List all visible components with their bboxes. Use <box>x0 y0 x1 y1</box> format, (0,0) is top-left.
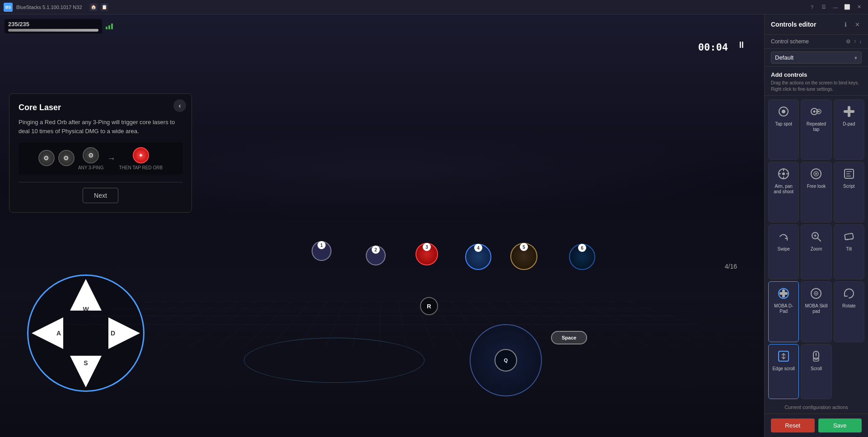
control-tap-spot[interactable]: Tap spot <box>768 99 799 160</box>
hp-bar-fill <box>8 29 98 32</box>
current-config-label: Current configuration actions <box>771 404 862 410</box>
controls-editor-panel: Controls editor ℹ ✕ Control scheme ⚙ ↑ ↓… <box>764 14 868 437</box>
moba-skill-pad-icon <box>808 285 824 302</box>
add-controls-description: Drag the actions on the screen to bind k… <box>771 80 862 93</box>
svg-point-13 <box>782 172 785 175</box>
close-button[interactable]: ✕ <box>854 3 864 12</box>
orb-dark-2: ⚙ <box>58 150 75 166</box>
title-bar: BS BlueStacks 5.1.100.1017 N32 🏠 📋 ? ☰ —… <box>0 0 868 14</box>
tutorial-popup: ‹ Core Laser Pinging a Red Orb after any… <box>9 93 192 213</box>
tap-spot-label: Tap spot <box>775 121 792 127</box>
next-button[interactable]: Next <box>83 188 118 203</box>
tilt-label: Tilt <box>846 246 852 252</box>
editor-header: Controls editor ℹ ✕ <box>765 14 868 35</box>
orb-dark-1: ⚙ <box>38 150 55 166</box>
control-rotate[interactable]: Rotate <box>834 281 864 342</box>
control-aim-pan-shoot[interactable]: Aim, pan and shoot <box>768 162 799 222</box>
script-label: Script <box>843 184 855 189</box>
add-controls-title: Add controls <box>771 71 862 78</box>
control-moba-dpad[interactable]: MOBA D-Pad <box>768 281 799 342</box>
save-button[interactable]: Save <box>818 418 862 432</box>
orb-red: ✦ <box>133 147 149 163</box>
diagram-col-1: ⚙ <box>38 150 55 168</box>
control-moba-skill-pad[interactable]: MOBA Skill pad <box>801 281 831 342</box>
tutorial-close-button[interactable]: ‹ <box>173 99 186 112</box>
scheme-select-row: Default ▼ <box>765 49 868 67</box>
control-tilt[interactable]: Tilt <box>834 224 864 279</box>
editor-info-icon[interactable]: ℹ <box>841 20 850 29</box>
svg-point-3 <box>813 111 816 113</box>
svg-rect-29 <box>779 292 788 295</box>
free-look-icon <box>808 166 824 182</box>
diagram-label-red: THEN TAP RED ORB <box>119 165 163 170</box>
dpad-a-label: A <box>56 330 61 337</box>
skill-button-1[interactable]: 1 <box>312 241 331 261</box>
reset-button[interactable]: Reset <box>771 418 815 432</box>
skill-button-3[interactable]: 3 <box>415 243 438 265</box>
scheme-select[interactable]: Default <box>771 51 862 64</box>
scheme-settings-icon[interactable]: ⚙ <box>846 38 851 45</box>
svg-point-5 <box>818 111 820 112</box>
scheme-import-icon[interactable]: ↓ <box>859 38 862 45</box>
scheme-select-wrapper: Default ▼ <box>771 51 862 64</box>
skill-button-2[interactable]: 2 <box>366 246 386 265</box>
control-script[interactable]: Script <box>834 162 864 222</box>
control-free-look[interactable]: Free look <box>801 162 831 222</box>
svg-point-32 <box>816 293 817 294</box>
skill-button-5[interactable]: 5 <box>510 243 537 270</box>
skill-q-button[interactable]: Q <box>495 349 517 372</box>
scroll-icon <box>808 348 824 364</box>
pause-button[interactable]: ⏸ <box>737 40 746 50</box>
help-button[interactable]: ? <box>807 3 817 12</box>
zoom-label: Zoom <box>811 246 822 252</box>
hud-top: 235/235 <box>5 19 113 33</box>
scheme-export-icon[interactable]: ↑ <box>854 38 856 45</box>
arrow-icon: → <box>107 154 115 163</box>
control-scroll[interactable]: Scroll <box>801 344 831 399</box>
main-area: 235/235 00:04 ⏸ ‹ Core Laser Pinging a R… <box>0 14 868 437</box>
dpad-s-label: S <box>84 359 88 367</box>
menu-button[interactable]: ☰ <box>818 3 829 12</box>
dpad-label: D-pad <box>843 121 855 127</box>
skill-q-label: Q <box>504 358 508 363</box>
svg-rect-7 <box>844 110 854 113</box>
rotate-label: Rotate <box>842 303 855 309</box>
swipe-icon <box>775 228 792 245</box>
screen-icon[interactable]: 📋 <box>100 3 108 11</box>
diagram-label-any: ANY 3-PING <box>78 165 104 170</box>
signal-bars <box>106 23 113 29</box>
big-skill-circle[interactable]: Q <box>470 324 542 396</box>
svg-point-16 <box>815 173 817 175</box>
hp-text: 235/235 <box>8 21 98 28</box>
scheme-action-icons: ⚙ ↑ ↓ <box>846 38 862 45</box>
hp-container: 235/235 <box>5 19 102 33</box>
edge-scroll-label: Edge scroll <box>772 366 794 372</box>
dpad-overlay[interactable]: W S A D <box>27 274 145 392</box>
editor-close-icon[interactable]: ✕ <box>853 20 862 29</box>
skill-r-button[interactable]: R <box>420 297 438 315</box>
controls-grid: Tap spot Repeated tap <box>765 96 868 403</box>
tutorial-description: Pinging a Red Orb after any 3-Ping will … <box>19 118 182 135</box>
aim-pan-shoot-label: Aim, pan and shoot <box>770 184 797 195</box>
skill-3-number: 3 <box>423 243 431 251</box>
control-edge-scroll[interactable]: Edge scroll <box>768 344 799 399</box>
skill-space-button[interactable]: Space <box>551 331 587 344</box>
signal-bar-2 <box>108 25 110 29</box>
scheme-label: Control scheme <box>771 38 809 45</box>
control-dpad[interactable]: D-pad <box>834 99 864 160</box>
minimize-button[interactable]: — <box>830 3 841 12</box>
svg-rect-25 <box>845 233 854 240</box>
home-icon[interactable]: 🏠 <box>89 3 98 11</box>
control-zoom[interactable]: Zoom <box>801 224 831 279</box>
control-repeated-tap[interactable]: Repeated tap <box>801 99 831 160</box>
tap-spot-icon <box>775 103 792 120</box>
brand-text: BlueStacks 5.1.100.1017 N32 <box>16 5 82 10</box>
skill-button-4[interactable]: 4 <box>465 244 491 270</box>
signal-bar-3 <box>111 23 113 29</box>
restore-button[interactable]: ⬜ <box>842 3 853 12</box>
control-swipe[interactable]: Swipe <box>768 224 799 279</box>
zoom-icon <box>808 228 824 245</box>
game-area[interactable]: 235/235 00:04 ⏸ ‹ Core Laser Pinging a R… <box>0 14 764 437</box>
skill-r-label: R <box>427 303 431 310</box>
skill-button-6[interactable]: 6 <box>569 244 595 270</box>
